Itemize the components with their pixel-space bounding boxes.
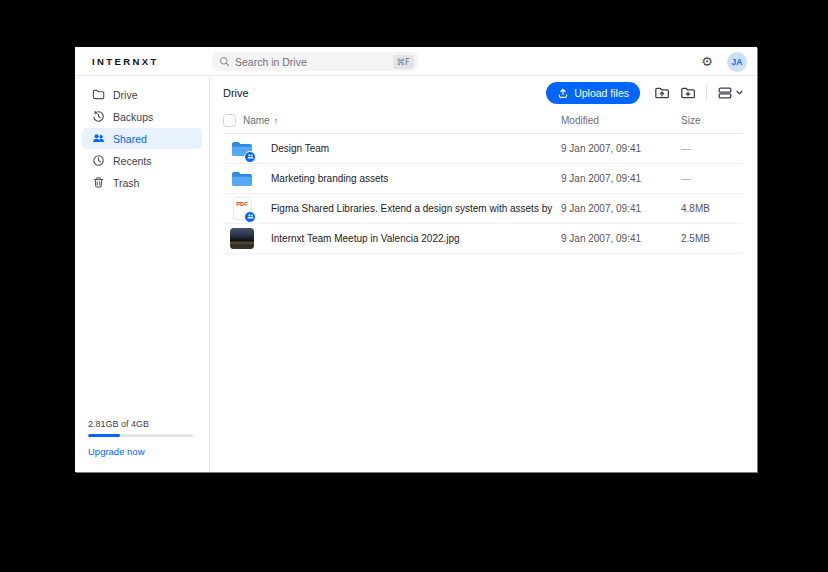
search-input[interactable]: Search in Drive ⌘F	[212, 52, 418, 71]
storage-progress-track	[88, 434, 193, 437]
people-icon	[92, 132, 105, 145]
file-size: 4.8MB	[681, 194, 710, 224]
sidebar-item-drive[interactable]: Drive	[82, 84, 202, 105]
table-header: Name↑ Modified Size	[223, 108, 743, 134]
file-icon: PDF	[229, 166, 255, 192]
folder-upload-icon	[654, 85, 670, 101]
file-modified: 9 Jan 2007, 09:41	[561, 224, 641, 254]
file-name: Figma Shared Libraries. Extend a design …	[271, 194, 554, 224]
file-row[interactable]: PDF Figma Shared Libraries. Extend a des…	[223, 194, 743, 224]
toolbar-divider	[706, 85, 707, 101]
file-row[interactable]: PDF Marketing branding assets 9 Jan 2007…	[223, 164, 743, 194]
trash-icon	[92, 176, 105, 189]
upgrade-link[interactable]: Upgrade now	[88, 446, 145, 457]
sidebar-item-label: Backups	[113, 111, 153, 123]
shared-badge	[244, 151, 256, 163]
sidebar-item-label: Drive	[113, 89, 138, 101]
upload-folder-button[interactable]	[654, 85, 670, 101]
file-icon: PDF	[229, 226, 255, 252]
sidebar-item-label: Shared	[113, 133, 147, 145]
upload-files-label: Upload files	[574, 87, 629, 99]
settings-gear-icon[interactable]: ⚙	[701, 47, 713, 76]
column-name-label: Name	[243, 115, 270, 126]
search-shortcut-badge: ⌘F	[393, 55, 414, 69]
list-view-icon	[717, 85, 733, 101]
sidebar-item-label: Recents	[113, 155, 152, 167]
view-mode-toggle[interactable]	[717, 85, 743, 101]
file-row[interactable]: PDF Internxt Team Meetup in Valencia 202…	[223, 224, 743, 254]
column-header-modified[interactable]: Modified	[561, 108, 599, 133]
image-thumbnail	[230, 228, 254, 249]
sidebar-nav: Drive Backups Shared Rece	[75, 76, 209, 193]
file-list: PDF Design Team 9 Jan 2007, 09:41 — PDF	[223, 134, 743, 254]
top-bar: INTERNXT Search in Drive ⌘F ⚙ JA	[75, 47, 757, 76]
app-window: INTERNXT Search in Drive ⌘F ⚙ JA Drive	[75, 47, 757, 472]
upload-files-button[interactable]: Upload files	[546, 82, 640, 104]
upload-icon	[557, 87, 569, 99]
select-all-checkbox[interactable]	[223, 114, 236, 127]
main-content: Drive Upload files	[211, 77, 757, 472]
file-name: Design Team	[271, 134, 329, 164]
file-icon: PDF	[229, 196, 255, 222]
storage-usage-text: 2.81GB of 4GB	[88, 419, 193, 429]
toolbar: Drive Upload files	[211, 77, 757, 108]
sidebar: Drive Backups Shared Rece	[75, 76, 210, 472]
file-icon: PDF	[229, 136, 255, 162]
folder-icon	[231, 170, 253, 187]
file-size: —	[681, 134, 691, 164]
sidebar-item-recents[interactable]: Recents	[82, 150, 202, 171]
search-placeholder: Search in Drive	[235, 56, 393, 68]
file-row[interactable]: PDF Design Team 9 Jan 2007, 09:41 —	[223, 134, 743, 164]
sidebar-item-backups[interactable]: Backups	[82, 106, 202, 127]
column-header-size[interactable]: Size	[681, 108, 700, 133]
file-modified: 9 Jan 2007, 09:41	[561, 134, 641, 164]
sidebar-item-shared[interactable]: Shared	[82, 128, 202, 149]
file-modified: 9 Jan 2007, 09:41	[561, 194, 641, 224]
storage-progress-fill	[88, 434, 120, 437]
breadcrumb[interactable]: Drive	[223, 87, 249, 99]
column-header-name[interactable]: Name↑	[243, 108, 278, 134]
sort-ascending-icon: ↑	[274, 116, 279, 126]
shared-people-icon	[247, 153, 254, 160]
avatar[interactable]: JA	[727, 52, 747, 72]
file-modified: 9 Jan 2007, 09:41	[561, 164, 641, 194]
backup-clock-icon	[92, 110, 105, 123]
file-size: —	[681, 164, 691, 194]
shared-people-icon	[247, 213, 254, 220]
shared-badge	[244, 211, 256, 223]
file-name: Marketing branding assets	[271, 164, 388, 194]
folder-icon	[92, 88, 105, 101]
sidebar-item-label: Trash	[113, 177, 139, 189]
file-size: 2.5MB	[681, 224, 710, 254]
brand-logo: INTERNXT	[92, 47, 159, 76]
search-icon	[219, 56, 230, 67]
folder-plus-icon	[680, 85, 696, 101]
file-name: Internxt Team Meetup in Valencia 2022.jp…	[271, 224, 460, 254]
storage-meter: 2.81GB of 4GB Upgrade now	[88, 419, 193, 459]
chevron-down-icon	[736, 90, 743, 95]
clock-icon	[92, 154, 105, 167]
sidebar-item-trash[interactable]: Trash	[82, 172, 202, 193]
new-folder-button[interactable]	[680, 85, 696, 101]
toolbar-actions: Upload files	[546, 82, 743, 104]
